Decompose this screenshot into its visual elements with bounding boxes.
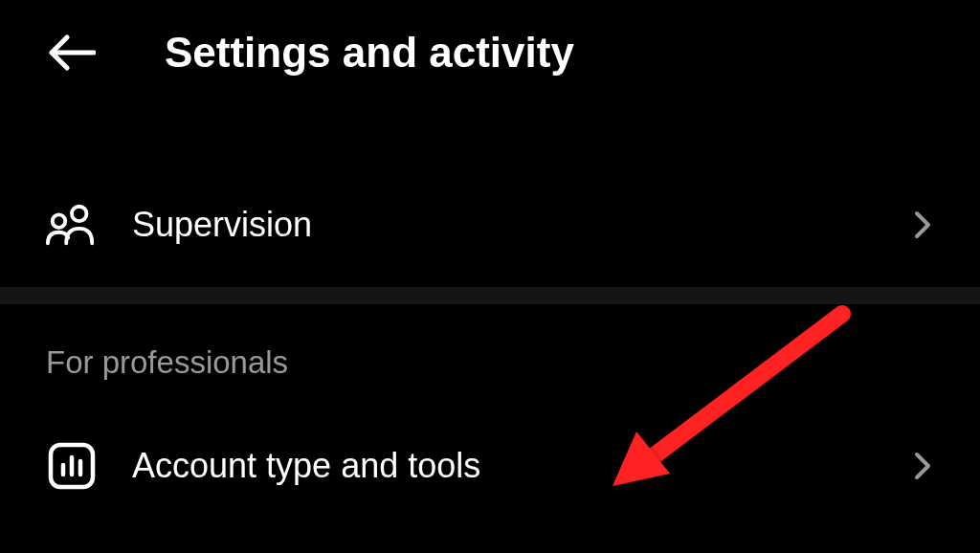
section-divider <box>0 287 980 304</box>
header: Settings and activity <box>0 0 980 105</box>
svg-point-1 <box>53 214 66 228</box>
svg-point-0 <box>72 207 86 221</box>
back-button[interactable] <box>46 27 98 78</box>
supervision-label: Supervision <box>132 205 877 245</box>
page-title: Settings and activity <box>165 29 574 77</box>
insights-icon <box>46 442 98 490</box>
chevron-right-icon <box>911 213 934 236</box>
account-tools-item[interactable]: Account type and tools <box>0 421 980 511</box>
account-tools-label: Account type and tools <box>132 446 877 486</box>
professionals-section-header: For professionals <box>0 318 980 421</box>
chevron-right-icon <box>911 454 934 477</box>
supervision-item[interactable]: Supervision <box>0 180 980 270</box>
supervision-icon <box>46 201 98 249</box>
arrow-left-icon <box>48 33 96 72</box>
